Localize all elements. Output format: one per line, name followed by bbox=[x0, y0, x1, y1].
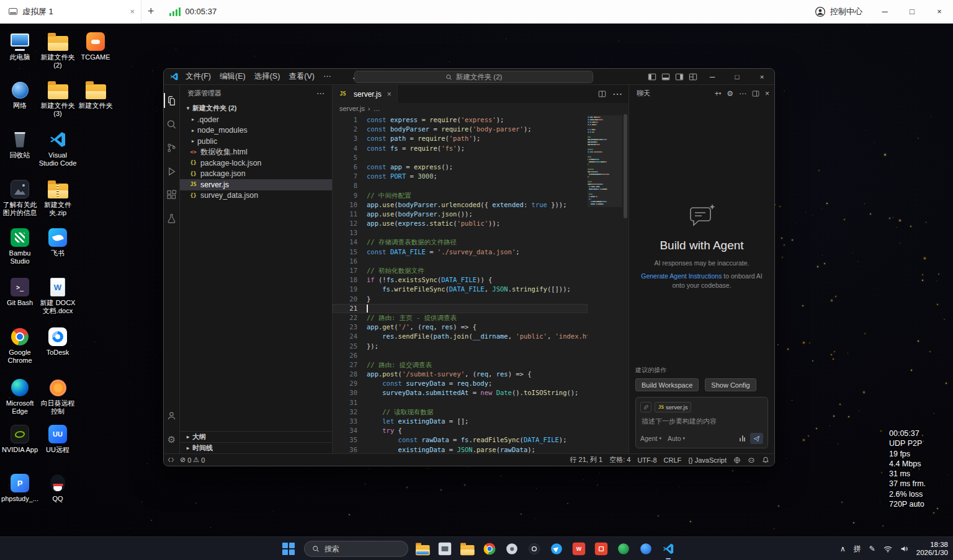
explorer-item-0[interactable]: ▸.qoder bbox=[180, 114, 332, 125]
taskbar-wps[interactable]: W bbox=[571, 541, 586, 557]
explorer-item-2[interactable]: ▸public bbox=[180, 136, 332, 147]
explorer-item-1[interactable]: ▸node_modules bbox=[180, 125, 332, 136]
menu-selection[interactable]: 选择(S) bbox=[250, 71, 285, 82]
window-close-button[interactable]: × bbox=[749, 69, 774, 85]
desktop-icon-feishu[interactable]: 飞书 bbox=[38, 227, 77, 257]
pen-icon[interactable]: ✎ bbox=[869, 544, 875, 553]
model-dropdown[interactable]: Auto▾ bbox=[668, 435, 685, 442]
generate-instructions-link[interactable]: Generate Agent Instructions bbox=[641, 272, 722, 280]
desktop-icon-network[interactable]: 网络 bbox=[1, 79, 39, 110]
desktop-icon-folder[interactable]: 新建文件夹 (2) bbox=[38, 31, 77, 69]
open-in-editor-icon[interactable] bbox=[752, 90, 759, 97]
desktop-icon-zip[interactable]: 新建文件夹.zip bbox=[38, 179, 77, 217]
cursor-position[interactable]: 行 21, 列 1 bbox=[570, 455, 603, 464]
desktop-icon-chrome[interactable]: Google Chrome bbox=[1, 326, 39, 365]
window-minimize-button[interactable]: ─ bbox=[700, 69, 725, 85]
menu-view[interactable]: 查看(V) bbox=[284, 71, 319, 82]
eol-sequence[interactable]: CRLF bbox=[664, 456, 682, 464]
new-chat-icon[interactable]: +▾ bbox=[715, 89, 722, 98]
desktop-icon-pc[interactable]: 此电脑 bbox=[1, 31, 39, 61]
desktop-icon-gitbash[interactable]: >_Git Bash bbox=[1, 277, 39, 307]
tab-close-icon[interactable]: × bbox=[130, 7, 135, 16]
language-mode[interactable]: {}JavaScript bbox=[688, 456, 727, 464]
menu-file[interactable]: 文件(F) bbox=[181, 71, 215, 82]
live-share-icon[interactable] bbox=[733, 456, 741, 464]
taskbar-app-window[interactable] bbox=[437, 541, 452, 557]
window-maximize-button[interactable]: □ bbox=[725, 69, 749, 85]
taskbar-app-red[interactable] bbox=[593, 541, 609, 557]
toggle-sidebar-icon[interactable] bbox=[645, 69, 659, 85]
remote-session-tab[interactable]: 虚拟屏 1 × bbox=[0, 0, 141, 24]
editor-scrollbar[interactable] bbox=[622, 114, 629, 453]
run-debug-icon[interactable] bbox=[164, 159, 180, 183]
desktop-icon-bambu[interactable]: Bambu Studio bbox=[1, 227, 39, 265]
show-config-button[interactable]: Show Config bbox=[705, 378, 756, 391]
desktop-icon-docx[interactable]: W新建 DOCX 文档.docx bbox=[38, 277, 77, 315]
workspace-root-folder[interactable]: ▾ 新建文件夹 (2) bbox=[180, 102, 332, 114]
desktop-icon-edge[interactable]: Microsoft Edge bbox=[1, 377, 39, 416]
tab-server-js[interactable]: JS server.js × bbox=[333, 85, 398, 103]
desktop-icon-recycle[interactable]: 回收站 bbox=[1, 129, 39, 159]
desktop-icon-nvidia[interactable]: NVIDIA App bbox=[1, 424, 39, 454]
notifications-bell-icon[interactable] bbox=[762, 456, 769, 464]
toggle-panel-icon[interactable] bbox=[659, 69, 673, 85]
customize-layout-icon[interactable] bbox=[686, 69, 700, 85]
explorer-item-5[interactable]: {}package.json bbox=[180, 169, 332, 180]
source-control-icon[interactable] bbox=[164, 136, 180, 159]
code-editor[interactable]: 1const express = require('express');2con… bbox=[333, 114, 629, 453]
taskbar-search[interactable]: 搜索 bbox=[304, 541, 408, 557]
minimap[interactable] bbox=[588, 115, 622, 453]
code-content[interactable]: 1const express = require('express');2con… bbox=[333, 115, 588, 453]
tray-chevron-up-icon[interactable]: ∧ bbox=[840, 544, 846, 553]
desktop-icon-vscode[interactable]: Visual Studio Code bbox=[38, 129, 77, 167]
tab-close-icon[interactable]: × bbox=[387, 90, 391, 99]
desktop-icon-phpstudy[interactable]: Pphpstudy_... bbox=[1, 473, 39, 503]
toggle-secondary-sidebar-icon[interactable] bbox=[673, 69, 686, 85]
explorer-icon[interactable] bbox=[164, 89, 180, 112]
desktop-icon-folder[interactable]: 新建文件夹 bbox=[76, 79, 115, 110]
desktop-icon-uu[interactable]: UUUU远程 bbox=[38, 424, 77, 454]
taskbar-folder[interactable] bbox=[459, 541, 475, 557]
explorer-item-7[interactable]: {}survey_data.json bbox=[180, 190, 332, 202]
search-icon[interactable] bbox=[164, 112, 180, 136]
remote-indicator-icon[interactable] bbox=[168, 456, 174, 463]
desktop-icon-folder[interactable]: 新建文件夹 (3) bbox=[38, 79, 77, 118]
desktop-icon-sunflower[interactable]: 向日葵远程控制 bbox=[38, 377, 77, 416]
agent-mode-dropdown[interactable]: Agent▾ bbox=[640, 435, 661, 442]
start-button[interactable] bbox=[280, 541, 297, 556]
desktop-icon-tcgame[interactable]: TCGAME bbox=[76, 31, 115, 61]
indentation[interactable]: 空格: 4 bbox=[609, 455, 630, 464]
chat-close-icon[interactable]: × bbox=[765, 89, 769, 98]
chat-input-box[interactable]: JS server.js 描述下一步要构建的内容 Agent▾ Auto▾ bbox=[635, 397, 768, 448]
command-center-search[interactable]: 新建文件夹 (2) bbox=[354, 71, 593, 83]
editor-more-icon[interactable]: ⋯ bbox=[612, 88, 622, 100]
menu-more-icon[interactable]: ⋯ bbox=[319, 71, 336, 82]
build-workspace-button[interactable]: Build Workspace bbox=[635, 378, 699, 391]
breadcrumb[interactable]: server.js › … bbox=[333, 103, 629, 114]
menu-edit[interactable]: 编辑(E) bbox=[215, 71, 250, 82]
volume-icon[interactable] bbox=[900, 545, 908, 553]
taskbar-app-green[interactable] bbox=[615, 541, 631, 557]
maximize-button[interactable]: □ bbox=[898, 0, 926, 24]
tools-icon[interactable] bbox=[740, 435, 745, 442]
network-wifi-icon[interactable] bbox=[884, 546, 892, 553]
taskbar-file-explorer[interactable] bbox=[414, 541, 430, 557]
explorer-more-icon[interactable]: ⋯ bbox=[316, 89, 324, 98]
explorer-item-3[interactable]: <>数据收集.html bbox=[180, 147, 332, 158]
context-chip-server-js[interactable]: JS server.js bbox=[655, 402, 691, 412]
chat-input-placeholder[interactable]: 描述下一步要构建的内容 bbox=[640, 417, 763, 426]
settings-gear-icon[interactable]: ⚙ bbox=[164, 427, 180, 451]
desktop-icon-imginfo[interactable]: 了解有关此图片的信息 bbox=[1, 179, 39, 217]
taskbar-app-blue-circle[interactable] bbox=[638, 541, 653, 557]
attach-context-button[interactable] bbox=[640, 402, 651, 412]
copilot-icon[interactable] bbox=[748, 456, 755, 464]
taskbar-app-dark[interactable] bbox=[526, 541, 542, 557]
clock[interactable]: 18:38 2026/1/30 bbox=[916, 541, 948, 557]
chat-settings-gear-icon[interactable]: ⚙ bbox=[727, 89, 733, 98]
desktop-icon-qq[interactable]: QQ bbox=[38, 473, 77, 503]
timeline-section[interactable]: ▸时间线 bbox=[180, 442, 332, 453]
account-icon[interactable] bbox=[164, 404, 180, 427]
chat-more-icon[interactable]: ⋯ bbox=[739, 89, 746, 98]
taskbar-chrome[interactable] bbox=[481, 541, 497, 557]
close-button[interactable]: × bbox=[926, 0, 953, 24]
